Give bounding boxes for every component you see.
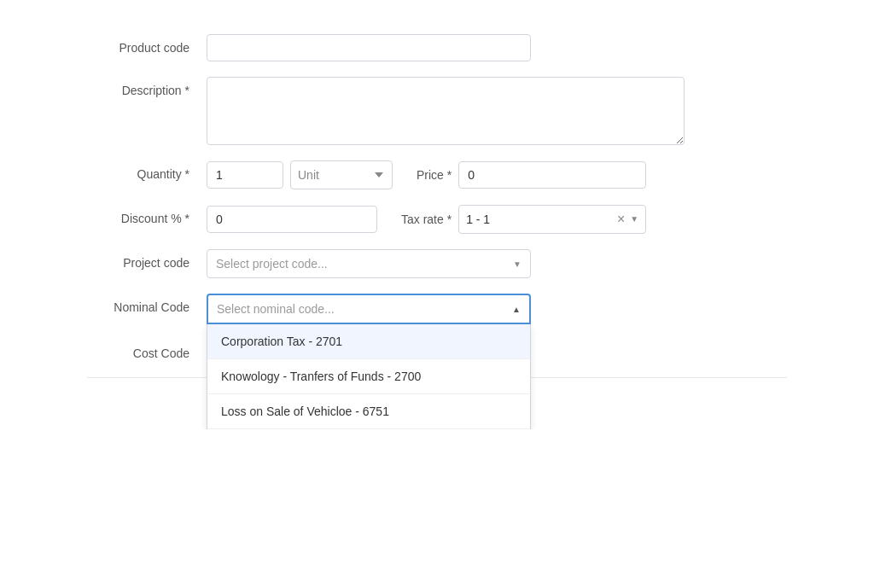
project-code-field: Select project code... ▼ [207,249,787,278]
tax-rate-label: Tax rate * [401,212,452,226]
cost-code-label: Cost Code [87,340,207,360]
quantity-label: Quantity * [87,160,207,181]
description-label: Description * [87,77,207,97]
discount-field: Tax rate * 1 - 1 × ▼ [207,205,787,234]
nominal-code-label: Nominal Code [87,294,207,314]
nominal-dropdown: Corporation Tax - 2701 Knowology - Tranf… [207,324,531,429]
product-code-row: Product code [87,34,787,61]
tax-rate-container[interactable]: 1 - 1 × ▼ [458,205,646,234]
product-code-input[interactable] [207,34,531,61]
price-input[interactable] [458,161,646,189]
discount-row: Discount % * Tax rate * 1 - 1 × ▼ [87,205,787,234]
nominal-code-field: Select nominal code... ▲ Corporation Tax… [207,294,787,324]
description-field [207,77,787,145]
dropdown-item-2[interactable]: Knowology - Tranfers of Funds - 2700 [207,359,530,394]
quantity-input[interactable] [207,161,283,189]
tax-rate-chevron-down-icon[interactable]: ▼ [630,215,638,224]
quantity-field: Unit kg hr day pcs Price * [207,160,787,189]
dropdown-item-1[interactable]: Corporation Tax - 2701 [207,324,530,359]
product-code-field [207,34,787,61]
description-input[interactable] [207,77,685,145]
project-code-select[interactable]: Select project code... ▼ [207,249,531,278]
price-label: Price * [417,168,452,182]
nominal-code-select[interactable]: Select nominal code... ▲ Corporation Tax… [207,294,531,324]
discount-label: Discount % * [87,205,207,225]
dropdown-item-3[interactable]: Loss on Sale of Vehicloe - 6751 [207,394,530,429]
quantity-row: Quantity * Unit kg hr day pcs Price * [87,160,787,189]
nominal-code-row: Nominal Code Select nominal code... ▲ Co… [87,294,787,324]
product-code-label: Product code [87,34,207,55]
unit-select[interactable]: Unit kg hr day pcs [290,160,393,189]
project-code-placeholder: Select project code... [216,257,513,271]
project-code-label: Project code [87,249,207,270]
nominal-select-input[interactable]: Select nominal code... ▲ [207,294,531,324]
discount-input[interactable] [207,206,377,233]
tax-rate-clear-icon[interactable]: × [615,212,626,226]
description-row: Description * [87,77,787,145]
nominal-chevron-up-icon: ▲ [512,305,521,314]
project-code-row: Project code Select project code... ▼ [87,249,787,278]
project-chevron-down-icon: ▼ [513,259,521,269]
form-container: Product code Description * Quantity * Un… [53,17,821,412]
nominal-code-placeholder: Select nominal code... [217,302,512,316]
tax-rate-value: 1 - 1 [466,212,612,226]
